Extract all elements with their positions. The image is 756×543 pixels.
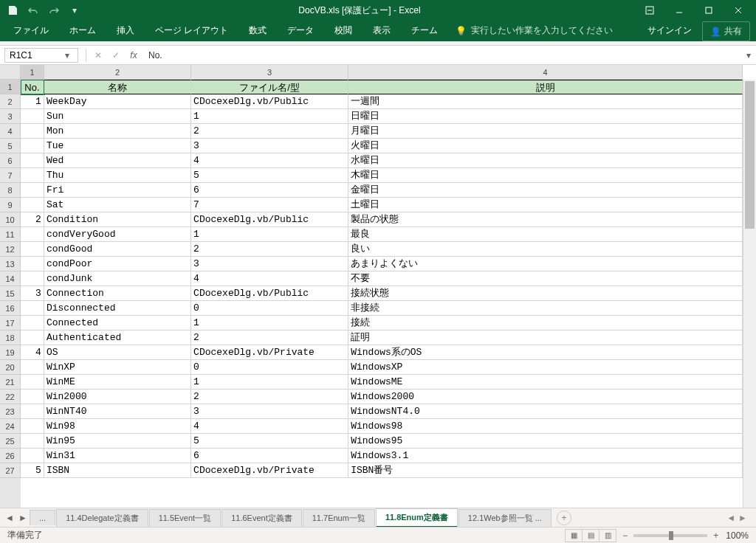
cell[interactable] <box>21 168 44 183</box>
cell[interactable]: 良い <box>348 242 743 257</box>
cell[interactable]: 1 <box>191 316 348 331</box>
cell[interactable]: CDocexeDlg.vb/Public <box>191 94 348 109</box>
cell[interactable]: 5 <box>21 463 44 478</box>
cell[interactable]: 1 <box>21 94 44 109</box>
cell[interactable]: Windows98 <box>348 419 743 434</box>
row-header[interactable]: 27 <box>0 463 21 478</box>
cell[interactable]: 2 <box>191 331 348 345</box>
cell[interactable] <box>21 272 44 286</box>
cell[interactable] <box>21 153 44 168</box>
cell[interactable]: WinNT40 <box>44 404 191 419</box>
cell[interactable] <box>21 124 44 139</box>
row-header[interactable]: 5 <box>0 139 21 153</box>
cell[interactable]: WindowsXP <box>348 360 743 375</box>
cell[interactable]: Disconnected <box>44 301 191 316</box>
sheet-nav-prev-icon[interactable]: ◄ <box>3 513 16 523</box>
cell-header-no[interactable]: No. <box>21 80 44 94</box>
cell[interactable]: 接続状態 <box>348 286 743 301</box>
row-header[interactable]: 25 <box>0 434 21 449</box>
cell-header-file[interactable]: ファイル名/型 <box>191 80 348 94</box>
cell[interactable]: 6 <box>191 449 348 463</box>
cell[interactable] <box>21 316 44 331</box>
row-header[interactable]: 4 <box>0 124 21 139</box>
zoom-level[interactable]: 100% <box>726 530 749 541</box>
cell[interactable]: OS <box>44 345 191 360</box>
cell[interactable]: CDocexeDlg.vb/Private <box>191 345 348 360</box>
cell[interactable]: 土曜日 <box>348 198 743 212</box>
enter-formula-button[interactable]: ✓ <box>107 48 125 63</box>
cell[interactable]: Fri <box>44 183 191 198</box>
cell[interactable]: 不要 <box>348 272 743 286</box>
cell[interactable]: Connection <box>44 286 191 301</box>
cell[interactable]: 5 <box>191 434 348 449</box>
cell[interactable]: 水曜日 <box>348 153 743 168</box>
insert-function-button[interactable]: fx <box>125 48 142 63</box>
zoom-slider[interactable] <box>633 534 707 537</box>
cell[interactable]: あまりよくない <box>348 257 743 272</box>
vertical-scrollbar[interactable] <box>743 80 756 508</box>
zoom-out-button[interactable]: − <box>622 530 628 541</box>
cell[interactable] <box>21 139 44 153</box>
cell[interactable] <box>21 449 44 463</box>
cell[interactable]: Windows95 <box>348 434 743 449</box>
cancel-formula-button[interactable]: ✕ <box>89 48 107 63</box>
tab-view[interactable]: 表示 <box>362 20 401 41</box>
cell[interactable]: Mon <box>44 124 191 139</box>
row-header[interactable]: 19 <box>0 345 21 360</box>
cell[interactable]: Sun <box>44 109 191 124</box>
close-button[interactable] <box>724 0 753 21</box>
cell[interactable]: 火曜日 <box>348 139 743 153</box>
row-header[interactable]: 23 <box>0 404 21 419</box>
cell[interactable]: 接続 <box>348 316 743 331</box>
ribbon-options-button[interactable] <box>635 0 664 21</box>
row-header[interactable]: 16 <box>0 301 21 316</box>
cell[interactable]: 3 <box>191 404 348 419</box>
share-button[interactable]: 👤 共有 <box>702 21 750 41</box>
undo-button[interactable] <box>24 1 43 19</box>
col-header-2[interactable]: 2 <box>44 65 191 80</box>
cell[interactable]: 7 <box>191 198 348 212</box>
cell[interactable]: CDocexeDlg.vb/Public <box>191 286 348 301</box>
tab-home[interactable]: ホーム <box>59 20 106 41</box>
cell[interactable]: 0 <box>191 360 348 375</box>
signin-link[interactable]: サインイン <box>637 20 702 41</box>
cell[interactable]: CDocexeDlg.vb/Public <box>191 212 348 227</box>
tell-me-search[interactable]: 💡 実行したい作業を入力してください <box>448 20 620 41</box>
row-header[interactable]: 3 <box>0 109 21 124</box>
cell[interactable] <box>21 301 44 316</box>
cell[interactable]: Wed <box>44 153 191 168</box>
view-page-break-button[interactable]: ▥ <box>599 529 616 542</box>
cell[interactable]: 3 <box>21 286 44 301</box>
cell[interactable]: 3 <box>191 139 348 153</box>
cell[interactable]: condPoor <box>44 257 191 272</box>
cell[interactable]: Windows3.1 <box>348 449 743 463</box>
row-header[interactable]: 15 <box>0 286 21 301</box>
tab-data[interactable]: データ <box>277 20 324 41</box>
tab-formulas[interactable]: 数式 <box>238 20 277 41</box>
row-header[interactable]: 11 <box>0 227 21 242</box>
cell[interactable]: 4 <box>191 272 348 286</box>
cell[interactable]: Thu <box>44 168 191 183</box>
select-all-corner[interactable] <box>0 65 21 80</box>
cell[interactable] <box>21 390 44 404</box>
row-header[interactable]: 6 <box>0 153 21 168</box>
cell[interactable]: Win95 <box>44 434 191 449</box>
cell[interactable]: Sat <box>44 198 191 212</box>
col-header-4[interactable]: 4 <box>348 65 743 80</box>
cell[interactable] <box>21 360 44 375</box>
cell[interactable]: condJunk <box>44 272 191 286</box>
cell[interactable]: Tue <box>44 139 191 153</box>
row-header[interactable]: 14 <box>0 272 21 286</box>
cell[interactable]: 非接続 <box>348 301 743 316</box>
cell[interactable]: WindowsME <box>348 375 743 390</box>
cell[interactable]: 証明 <box>348 331 743 345</box>
hscroll-left-icon[interactable]: ◄ <box>726 513 735 523</box>
zoom-slider-thumb[interactable] <box>669 531 673 540</box>
tab-file[interactable]: ファイル <box>3 20 59 41</box>
cell[interactable]: Win98 <box>44 419 191 434</box>
minimize-button[interactable] <box>664 0 694 21</box>
row-header[interactable]: 24 <box>0 419 21 434</box>
cell[interactable]: CDocexeDlg.vb/Private <box>191 463 348 478</box>
cell[interactable] <box>21 375 44 390</box>
cell[interactable]: Windows系のOS <box>348 345 743 360</box>
